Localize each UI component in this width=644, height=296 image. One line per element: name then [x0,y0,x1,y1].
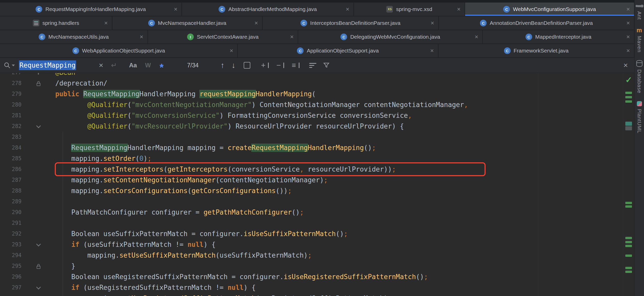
clear-search-icon[interactable]: × [99,61,103,69]
previous-match-button[interactable]: ↑ [221,61,224,69]
match-case-toggle[interactable]: Aa [129,62,137,68]
close-search-button[interactable]: × [623,61,628,69]
line-number[interactable]: 292 [0,231,22,237]
editor-tab[interactable]: MvcNamespaceUtils.java× [0,30,148,44]
line-number[interactable]: 295 [0,263,22,269]
code-line-283[interactable]: 283 [0,132,623,142]
select-all-occurrences-button[interactable] [292,61,300,69]
close-tab-icon[interactable]: × [174,6,177,12]
code-line-298[interactable]: 298 mapping.setUseRegisteredSuffixPatter… [0,293,623,296]
filter-lines-icon[interactable] [309,63,316,68]
editor-tab[interactable]: DelegatingWebMvcConfiguration.java× [298,30,483,44]
search-input[interactable]: RequestMapping [19,61,76,69]
line-number[interactable]: 281 [0,112,22,119]
editor-tab[interactable]: RequestMappingInfoHandlerMapping.java× [0,3,182,16]
code-line-291[interactable]: 291 [0,218,623,228]
editor-tab[interactable]: WebApplicationObjectSupport.java× [0,44,238,57]
stripe-mark[interactable] [625,241,632,243]
remove-occurrence-button[interactable] [276,61,285,69]
editor-tab-active[interactable]: WebMvcConfigurationSupport.java× [465,3,635,16]
newline-icon[interactable]: ↵ [111,62,117,69]
stripe-mark[interactable] [625,92,632,94]
line-number[interactable]: 290 [0,209,22,215]
stripe-mark[interactable] [625,267,632,269]
code-line-281[interactable]: 281 @Qualifier("mvcConversionService") F… [0,110,623,121]
stripe-mark[interactable] [625,245,632,247]
code-line-295[interactable]: 295 } [0,261,623,271]
tool-button-maven[interactable]: Maven [636,27,642,52]
editor-tab[interactable]: ServletContextAware.java× [148,30,298,44]
line-number[interactable]: 293 [0,241,22,248]
code-line-296[interactable]: 296 Boolean useRegisteredSuffixPatternMa… [0,271,623,282]
close-tab-icon[interactable]: × [290,34,294,40]
code-line-297[interactable]: 297 if (useRegisteredSuffixPatternMatch … [0,282,623,293]
tool-button-plantuml[interactable]: PlantUML [636,101,642,133]
code-line-285[interactable]: 285 mapping.setOrder(0); [0,153,623,164]
close-tab-icon[interactable]: × [626,48,630,54]
stripe-mark[interactable] [625,100,632,103]
code-editor[interactable]: 277@Bean278/deprecation/279public Reques… [0,73,635,296]
code-line-287[interactable]: 287 mapping.setContentNegotiationManager… [0,175,623,185]
close-tab-icon[interactable]: × [104,20,108,26]
code-line-282[interactable]: 282 @Qualifier("mvcResourceUrlProvider")… [0,121,623,132]
code-line-278[interactable]: 278/deprecation/ [0,78,623,89]
line-number[interactable]: 280 [0,102,22,108]
editor-tab[interactable]: spring-mvc.xsd× [354,3,465,16]
close-tab-icon[interactable]: × [626,34,630,40]
stripe-mark[interactable] [625,126,632,130]
close-tab-icon[interactable]: × [475,34,478,40]
stripe-mark[interactable] [625,205,632,208]
code-line-293[interactable]: 293 if (useSuffixPatternMatch != null) { [0,239,623,250]
editor-tab[interactable]: spring.handlers× [0,16,112,30]
close-tab-icon[interactable]: × [254,20,258,26]
open-results-in-window-button[interactable] [244,62,250,69]
filter-button[interactable] [323,62,330,69]
code-line-279[interactable]: 279public RequestMappingHandlerMapping r… [0,89,623,99]
close-tab-icon[interactable]: × [431,20,434,26]
line-number[interactable]: 291 [0,220,22,226]
search-history-dropdown-icon[interactable] [12,65,15,66]
line-number[interactable]: 277 [0,73,22,76]
line-number[interactable]: 285 [0,155,22,162]
lock-icon[interactable] [36,263,41,269]
regex-toggle[interactable]: * [160,62,164,72]
fold-icon[interactable] [36,124,41,129]
close-tab-icon[interactable]: × [346,6,349,12]
line-number[interactable]: 287 [0,177,22,183]
code-line-289[interactable]: 289 [0,196,623,207]
fold-icon[interactable] [36,285,41,290]
line-number[interactable]: 294 [0,252,22,258]
close-tab-icon[interactable]: × [626,20,630,26]
next-match-button[interactable]: ↓ [232,61,235,69]
code-line-284[interactable]: 284 RequestMappingHandlerMapping mapping… [0,142,623,153]
line-number[interactable]: 282 [0,123,22,129]
stripe-mark[interactable] [625,271,632,273]
tool-button-ant[interactable]: Ant [636,4,643,20]
line-number[interactable]: 283 [0,134,22,140]
editor-tab[interactable]: FrameworkServlet.java× [438,44,635,57]
fold-icon[interactable] [36,242,41,247]
stripe-mark[interactable] [625,237,632,239]
close-tab-icon[interactable]: × [430,48,434,54]
code-line-294[interactable]: 294 mapping.setUseSuffixPatternMatch(use… [0,250,623,261]
code-line-280[interactable]: 280 @Qualifier("mvcContentNegotiationMan… [0,99,623,110]
line-number[interactable]: 297 [0,284,22,291]
line-number[interactable]: 286 [0,166,22,172]
line-number[interactable]: 288 [0,188,22,194]
arrow-icon[interactable] [36,73,41,75]
words-toggle[interactable]: W [145,62,151,68]
stripe-mark[interactable] [625,122,632,126]
stripe-mark[interactable] [625,96,632,98]
line-number[interactable]: 278 [0,80,22,86]
close-tab-icon[interactable]: × [230,48,233,54]
close-tab-icon[interactable]: × [457,6,460,12]
line-number[interactable]: 279 [0,91,22,97]
stripe-mark[interactable] [625,202,632,204]
editor-tab[interactable]: ApplicationObjectSupport.java× [238,44,438,57]
code-line-292[interactable]: 292 Boolean useSuffixPatternMatch = conf… [0,228,623,239]
code-line-286[interactable]: 286 mapping.setInterceptors(getIntercept… [0,164,623,175]
code-line-290[interactable]: 290 PathMatchConfigurer configurer = get… [0,207,623,218]
search-icon[interactable] [4,62,15,69]
editor-tab[interactable]: AbstractHandlerMethodMapping.java× [182,3,354,16]
line-number[interactable]: 284 [0,145,22,151]
